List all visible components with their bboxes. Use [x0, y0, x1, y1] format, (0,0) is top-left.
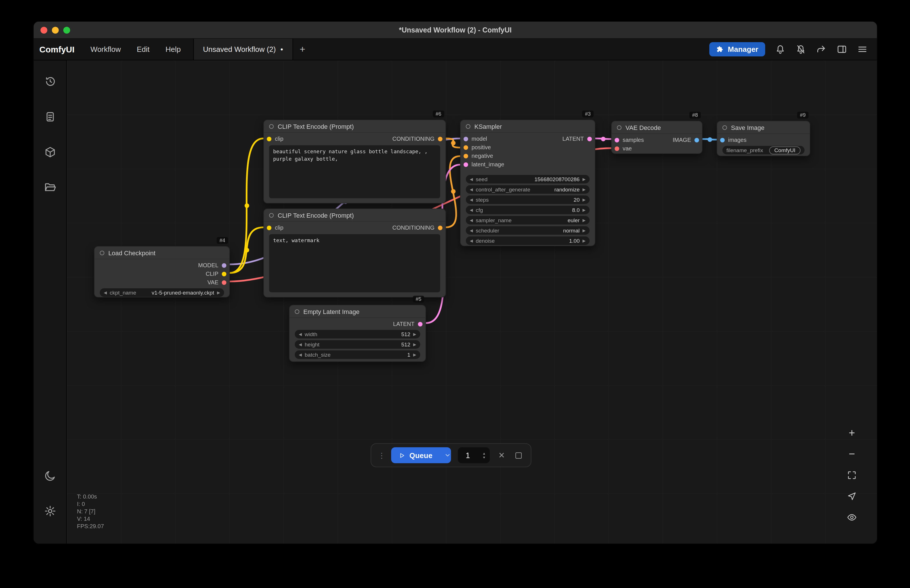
widget-sampler-name[interactable]: ◀ sampler_name euler ▶	[466, 216, 589, 225]
increment-icon[interactable]: ▶	[583, 198, 586, 202]
model-library-icon[interactable]	[39, 141, 61, 163]
input-slot-vae[interactable]	[615, 146, 619, 151]
output-slot-conditioning[interactable]	[438, 225, 442, 230]
node-clip-text-encode-positive[interactable]: #6 CLIP Text Encode (Prompt) clip CONDIT…	[264, 120, 446, 204]
widget-batch-size[interactable]: ◀ batch_size 1 ▶	[295, 351, 420, 359]
clear-queue-icon[interactable]: ×	[496, 449, 507, 461]
history-icon[interactable]	[39, 71, 61, 92]
decrement-icon[interactable]: ◀	[299, 353, 302, 357]
decrement-icon[interactable]: ◀	[470, 187, 473, 191]
increment-icon[interactable]: ▶	[583, 208, 586, 212]
batch-count-input[interactable]: 1 ▴ ▾	[458, 447, 489, 463]
decrement-icon[interactable]: ◀	[470, 177, 473, 181]
node-ksampler[interactable]: #3 KSampler model LATENT positive	[460, 120, 595, 246]
output-slot-latent[interactable]	[418, 321, 423, 326]
input-slot-clip[interactable]	[267, 136, 271, 141]
increment-icon[interactable]: ▶	[583, 218, 586, 222]
widget-steps[interactable]: ◀ steps 20 ▶	[466, 195, 589, 204]
workflows-icon[interactable]	[39, 106, 61, 128]
notification-off-icon[interactable]	[795, 44, 806, 55]
increment-icon[interactable]: ▶	[583, 177, 586, 181]
panel-toggle-icon[interactable]	[836, 44, 847, 55]
output-slot-latent[interactable]	[587, 136, 592, 141]
settings-gear-icon[interactable]	[39, 500, 61, 522]
node-header[interactable]: VAE Decode	[612, 121, 702, 134]
node-save-image[interactable]: #9 Save Image images filename_prefix Com…	[717, 121, 810, 156]
decrement-icon[interactable]: ◀	[470, 228, 473, 233]
maximize-window-button[interactable]	[63, 26, 70, 33]
widget-width[interactable]: ◀ width 512 ▶	[295, 330, 420, 338]
node-header[interactable]: Empty Latent Image	[290, 305, 425, 318]
widget-filename-prefix[interactable]: filename_prefix ComfyUI	[722, 146, 805, 154]
input-slot-negative[interactable]	[463, 153, 468, 158]
zoom-out-button[interactable]: −	[845, 447, 859, 461]
node-header[interactable]: Load Checkpoint	[95, 247, 229, 259]
collapse-toggle-icon[interactable]	[722, 125, 727, 129]
widget-ckpt-name[interactable]: ◀ ckpt_name v1-5-pruned-emaonly.ckpt ▶	[100, 288, 224, 297]
node-vae-decode[interactable]: #8 VAE Decode samples IMAGE vae	[611, 121, 703, 154]
menu-help[interactable]: Help	[158, 39, 189, 60]
fit-view-icon[interactable]	[845, 468, 859, 482]
decrement-icon[interactable]: ◀	[104, 291, 107, 294]
node-header[interactable]: Save Image	[717, 121, 810, 134]
increment-icon[interactable]: ▶	[583, 239, 586, 243]
collapse-toggle-icon[interactable]	[466, 124, 470, 129]
collapse-toggle-icon[interactable]	[617, 125, 622, 129]
decrement-icon[interactable]: ◀	[299, 332, 302, 336]
increment-icon[interactable]: ▶	[217, 291, 220, 294]
input-slot-model[interactable]	[463, 136, 468, 141]
share-workflow-icon[interactable]	[815, 44, 827, 55]
stepper-up-icon[interactable]: ▴	[483, 451, 485, 455]
input-slot-images[interactable]	[720, 137, 725, 142]
output-slot-vae[interactable]	[222, 280, 227, 284]
minimize-window-button[interactable]	[52, 26, 59, 33]
widget-scheduler[interactable]: ◀ scheduler normal ▶	[466, 226, 589, 235]
node-header[interactable]: KSampler	[461, 120, 595, 133]
prompt-text-area[interactable]: beautiful scenery nature glass bottle la…	[269, 145, 440, 198]
increment-icon[interactable]: ▶	[583, 187, 586, 191]
hamburger-menu-icon[interactable]	[857, 44, 868, 55]
toggle-visibility-eye-icon[interactable]	[845, 510, 859, 524]
widget-seed[interactable]: ◀ seed 156680208700286 ▶	[466, 175, 589, 184]
decrement-icon[interactable]: ◀	[470, 218, 473, 222]
output-slot-model[interactable]	[222, 263, 227, 268]
widget-height[interactable]: ◀ height 512 ▶	[295, 340, 420, 349]
new-tab-button[interactable]: +	[293, 44, 312, 55]
input-slot-clip[interactable]	[267, 225, 271, 230]
queue-button[interactable]: Queue	[391, 447, 439, 463]
widget-cfg[interactable]: ◀ cfg 8.0 ▶	[466, 206, 589, 214]
stop-icon[interactable]	[514, 452, 524, 459]
drag-handle-icon[interactable]: ⋮	[378, 451, 384, 459]
widget-control-after-generate[interactable]: ◀ control_after_generate randomize ▶	[466, 185, 589, 194]
menu-edit[interactable]: Edit	[129, 39, 158, 60]
increment-icon[interactable]: ▶	[413, 353, 416, 357]
stepper-down-icon[interactable]: ▾	[483, 455, 485, 459]
input-slot-latent-image[interactable]	[463, 162, 468, 166]
input-slot-samples[interactable]	[615, 137, 619, 142]
decrement-icon[interactable]: ◀	[470, 198, 473, 202]
node-canvas[interactable]: #4 Load Checkpoint MODEL CLIP	[67, 60, 877, 544]
zoom-in-button[interactable]: +	[845, 426, 859, 440]
select-mode-icon[interactable]	[845, 489, 859, 503]
widget-denoise[interactable]: ◀ denoise 1.00 ▶	[466, 236, 589, 245]
workflow-tab[interactable]: Unsaved Workflow (2) ●	[193, 39, 293, 60]
menu-workflow[interactable]: Workflow	[83, 39, 129, 60]
collapse-toggle-icon[interactable]	[269, 124, 274, 129]
collapse-toggle-icon[interactable]	[269, 213, 274, 217]
node-load-checkpoint[interactable]: #4 Load Checkpoint MODEL CLIP	[94, 246, 230, 297]
node-header[interactable]: CLIP Text Encode (Prompt)	[264, 120, 445, 133]
widget-value[interactable]: ComfyUI	[769, 146, 800, 154]
increment-icon[interactable]: ▶	[413, 342, 416, 346]
collapse-toggle-icon[interactable]	[100, 250, 104, 255]
node-header[interactable]: CLIP Text Encode (Prompt)	[264, 209, 445, 221]
theme-toggle-moon-icon[interactable]	[39, 465, 61, 486]
increment-icon[interactable]: ▶	[413, 332, 416, 336]
input-slot-positive[interactable]	[463, 145, 468, 150]
output-slot-conditioning[interactable]	[438, 136, 442, 141]
decrement-icon[interactable]: ◀	[299, 342, 302, 346]
decrement-icon[interactable]: ◀	[470, 239, 473, 243]
node-clip-text-encode-negative[interactable]: CLIP Text Encode (Prompt) clip CONDITION…	[264, 208, 446, 297]
notification-icon[interactable]	[774, 44, 786, 55]
close-window-button[interactable]	[40, 26, 47, 33]
manager-button[interactable]: Manager	[709, 42, 765, 57]
